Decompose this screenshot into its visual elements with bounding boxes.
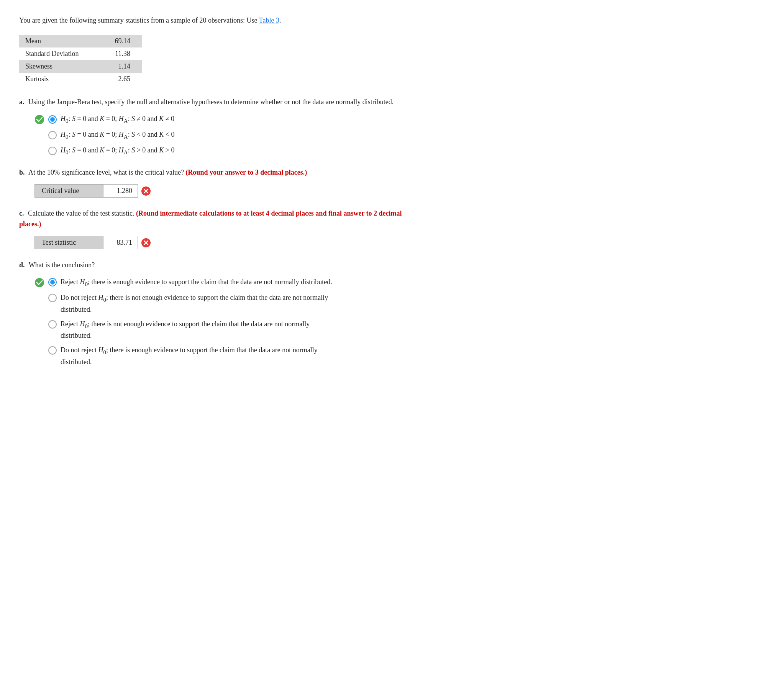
- svg-point-0: [35, 115, 44, 124]
- part-c-answer-row: Test statistic 83.71: [35, 236, 402, 249]
- check-icon-d1: [35, 278, 44, 288]
- radio-item-d4[interactable]: Do not reject H0; there is enough eviden…: [35, 345, 402, 368]
- part-d-label: d.: [19, 261, 25, 269]
- radio-item-a3[interactable]: H0: S = 0 and K = 0; HA: S > 0 and K > 0: [35, 145, 402, 157]
- table-row: Standard Deviation 11.38: [19, 48, 142, 60]
- part-a: a. Using the Jarque-Bera test, specify t…: [19, 97, 402, 157]
- part-b-instruction: (Round your answer to 3 decimal places.): [186, 169, 307, 176]
- part-a-label: a.: [19, 98, 25, 106]
- mean-label: Mean: [19, 35, 104, 48]
- part-d-options: Reject H0; there is enough evidence to s…: [35, 277, 402, 368]
- part-d: d. What is the conclusion? Reject H0; th…: [19, 260, 402, 368]
- mean-value: 69.14: [104, 35, 142, 48]
- check-icon-a1: [35, 115, 44, 125]
- radio-item-d1[interactable]: Reject H0; there is enough evidence to s…: [35, 277, 402, 289]
- critical-value-input[interactable]: 1.280: [104, 184, 138, 197]
- error-icon-c: [141, 238, 151, 248]
- part-c: c. Calculate the value of the test stati…: [19, 208, 402, 249]
- part-c-question: c. Calculate the value of the test stati…: [19, 208, 402, 230]
- test-statistic-label: Test statistic: [35, 236, 104, 249]
- radio-circle-d4[interactable]: [48, 346, 57, 355]
- radio-text-d2: Do not reject H0; there is not enough ev…: [61, 293, 328, 315]
- part-c-instruction: (Round intermediate calculations to at l…: [19, 209, 402, 228]
- radio-circle-d2[interactable]: [48, 294, 57, 302]
- kurtosis-value: 2.65: [104, 73, 142, 85]
- critical-value-label: Critical value: [35, 184, 104, 197]
- part-b-label: b.: [19, 169, 25, 176]
- part-c-label: c.: [19, 209, 24, 217]
- radio-circle-a1[interactable]: [48, 115, 57, 124]
- radio-circle-a2[interactable]: [48, 131, 57, 140]
- radio-text-a1: H0: S = 0 and K = 0; HA: S ≠ 0 and K ≠ 0: [61, 114, 175, 126]
- svg-point-7: [35, 278, 44, 287]
- part-d-question: d. What is the conclusion?: [19, 260, 402, 271]
- sd-label: Standard Deviation: [19, 48, 104, 60]
- error-icon-b: [141, 186, 151, 196]
- radio-text-d3: Reject H0; there is not enough evidence …: [61, 319, 310, 342]
- table-row: Mean 69.14: [19, 35, 142, 48]
- test-statistic-input[interactable]: 83.71: [104, 236, 138, 249]
- part-a-question: a. Using the Jarque-Bera test, specify t…: [19, 97, 402, 108]
- skewness-label: Skewness: [19, 60, 104, 73]
- sd-value: 11.38: [104, 48, 142, 60]
- radio-circle-d1[interactable]: [48, 278, 57, 286]
- part-b: b. At the 10% significance level, what i…: [19, 168, 402, 197]
- intro-paragraph: You are given the following summary stat…: [19, 15, 402, 26]
- part-a-options: H0: S = 0 and K = 0; HA: S ≠ 0 and K ≠ 0…: [35, 114, 402, 157]
- radio-text-d4: Do not reject H0; there is enough eviden…: [61, 345, 318, 368]
- radio-item-a1[interactable]: H0: S = 0 and K = 0; HA: S ≠ 0 and K ≠ 0: [35, 114, 402, 126]
- table-row: Kurtosis 2.65: [19, 73, 142, 85]
- part-b-answer-row: Critical value 1.280: [35, 184, 402, 197]
- part-b-question: b. At the 10% significance level, what i…: [19, 168, 402, 178]
- radio-text-a2: H0: S = 0 and K = 0; HA: S < 0 and K < 0: [61, 130, 175, 141]
- stats-table: Mean 69.14 Standard Deviation 11.38 Skew…: [19, 35, 142, 85]
- radio-item-a2[interactable]: H0: S = 0 and K = 0; HA: S < 0 and K < 0: [35, 130, 402, 141]
- radio-item-d2[interactable]: Do not reject H0; there is not enough ev…: [35, 293, 402, 315]
- radio-item-d3[interactable]: Reject H0; there is not enough evidence …: [35, 319, 402, 342]
- radio-circle-a3[interactable]: [48, 147, 57, 155]
- radio-circle-d3[interactable]: [48, 320, 57, 329]
- radio-text-d1: Reject H0; there is enough evidence to s…: [61, 277, 332, 289]
- radio-text-a3: H0: S = 0 and K = 0; HA: S > 0 and K > 0: [61, 145, 175, 157]
- table-row: Skewness 1.14: [19, 60, 142, 73]
- skewness-value: 1.14: [104, 60, 142, 73]
- kurtosis-label: Kurtosis: [19, 73, 104, 85]
- table3-link[interactable]: Table 3: [259, 16, 279, 24]
